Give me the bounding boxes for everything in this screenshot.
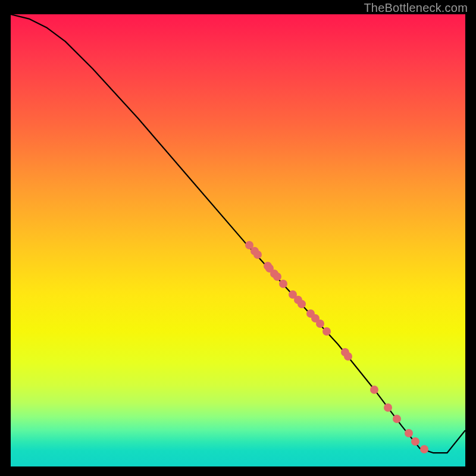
data-point bbox=[344, 352, 352, 361]
data-point bbox=[370, 386, 378, 394]
data-point bbox=[316, 320, 324, 328]
data-point bbox=[405, 429, 413, 437]
data-point bbox=[253, 250, 262, 259]
bottleneck-curve bbox=[11, 14, 465, 466]
chart-frame: TheBottleneck.com bbox=[0, 0, 476, 476]
data-point bbox=[322, 327, 331, 336]
data-point bbox=[298, 300, 306, 308]
watermark-text: TheBottleneck.com bbox=[364, 1, 468, 15]
data-point bbox=[273, 273, 281, 281]
plot-area bbox=[11, 14, 465, 466]
